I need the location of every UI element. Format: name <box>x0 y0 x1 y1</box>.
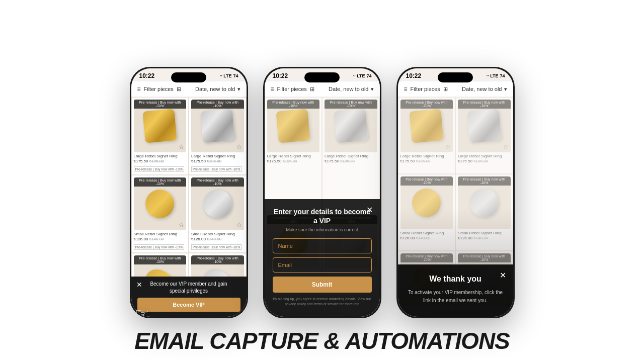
promo-badge-1-1: Pre-release | Buy now with -10% <box>134 166 184 172</box>
product-badge-1-3: Pre-release | Buy now with -10% <box>134 177 187 187</box>
become-vip-button[interactable]: Become VIP <box>137 298 240 312</box>
ring-silver-large-2 <box>334 109 368 143</box>
wishlist-icon-1-2[interactable]: ☆ <box>236 143 242 150</box>
product-price-3-3: €126.00 €140.00 <box>400 236 453 240</box>
product-card-2-1: Pre-release | Buy now with -10% Large Re… <box>265 97 323 213</box>
sort-right-2[interactable]: Date, new to old ▾ <box>329 86 374 93</box>
filter-icon-2: ≡ <box>271 85 274 93</box>
product-card-1-3[interactable]: Pre-release | Buy now with -10% ☆ Small … <box>131 175 189 253</box>
price-current-2: €175.50 <box>191 159 206 163</box>
dynamic-island-3 <box>438 72 473 82</box>
product-price-3-1: €175.50 €195.00 <box>400 159 453 163</box>
name-input[interactable] <box>273 238 372 253</box>
price-current-3: €126.00 <box>134 237 148 241</box>
submit-button[interactable]: Submit <box>273 277 372 293</box>
product-price-1-3: €126.00 €140.00 <box>134 237 187 241</box>
product-badge-3-6: Pre-release | Buy now with -10% <box>458 253 511 262</box>
ring-shape-gold-small-1 <box>145 190 174 218</box>
sort-label-1: Date, new to old <box>195 86 235 92</box>
form-title: Enter your details to become a VIP <box>273 207 372 225</box>
ring-gold-small-3 <box>412 189 441 217</box>
product-img-3-1: Pre-release | Buy now with -10% ☆ <box>400 100 453 152</box>
battery-icon-2: 74 <box>366 73 371 78</box>
promo-badge-1-4: Pre-release | Buy now with -10% <box>191 244 242 250</box>
product-badge-2-2: Pre-release | Buy now with -10% <box>325 100 377 109</box>
wishlist-icon-3-1: ☆ <box>445 143 451 150</box>
chevron-down-icon-3: ▾ <box>504 86 507 93</box>
status-time-2: 10:22 <box>273 72 288 79</box>
filter-label-3[interactable]: Filter pieces <box>411 86 440 92</box>
filter-label-2[interactable]: Filter pieces <box>277 86 307 92</box>
ring-shape-silver-small-1 <box>203 190 232 218</box>
product-img-3-3: Pre-release | Buy now with -10% <box>400 176 453 229</box>
price-original: €195.00 <box>149 159 164 163</box>
ring-shape-gold-twist-1 <box>143 267 176 277</box>
product-card-1-1[interactable]: Pre-release | Buy now with -10% ☆ Large … <box>131 97 189 175</box>
email-input[interactable] <box>273 257 372 273</box>
sort-right-1[interactable]: Date, new to old ▾ <box>195 86 240 93</box>
phone-1: 10:22 ·· LTE 74 ≡ Filter pieces ⊞ Date, … <box>130 67 248 318</box>
product-name-3-1: Large Rebel Signet Ring <box>400 154 453 159</box>
sliders-icon-3: ⊞ <box>443 86 448 93</box>
product-img-3-4: Pre-release | Buy now with -10% <box>458 176 511 229</box>
vip-close-button[interactable]: ✕ <box>136 281 142 289</box>
form-close-button[interactable]: ✕ <box>366 205 373 215</box>
price-original-4: €140.00 <box>207 237 221 241</box>
price-original-2: €195.00 <box>207 159 221 163</box>
phone-3: 10:22 ·· LTE 74 ≡ Filter pieces ⊞ Date, … <box>396 67 515 318</box>
thankyou-title: We thank you <box>406 275 505 284</box>
product-price-1-4: €126.00 €140.00 <box>191 237 244 241</box>
product-name-3-4: Small Rebel Signet Ring <box>458 231 511 236</box>
product-img-1-4: Pre-release | Buy now with -10% ☆ <box>191 177 244 230</box>
bottom-title-text: EMAIL CAPTURE & AUTOMATIONS <box>0 327 644 354</box>
status-icons-3: ·· LTE 74 <box>487 73 505 78</box>
sliders-icon-1: ⊞ <box>177 86 181 93</box>
status-time-3: 10:22 <box>406 72 422 79</box>
signal-icon-2: ·· LTE <box>353 73 365 78</box>
product-card-1-5[interactable]: Pre-release | Buy now with -10% <box>131 253 189 277</box>
status-icons-2: ·· LTE 74 <box>353 73 372 78</box>
wishlist-icon-1-1[interactable]: ☆ <box>179 143 184 150</box>
promo-badge-1-2: Pre-release | Buy now with -10% <box>191 166 242 172</box>
product-price-2-2: €175.50 €195.00 <box>325 159 377 163</box>
status-time-1: 10:22 <box>139 72 155 79</box>
product-img-2-1: Pre-release | Buy now with -10% <box>267 100 320 152</box>
filter-bar-3: ≡ Filter pieces ⊞ Date, new to old ▾ <box>398 81 513 97</box>
filter-left-1: ≡ Filter pieces ⊞ <box>137 85 181 93</box>
product-name-1-1: Large Rebel Signet Ring <box>134 154 187 159</box>
product-name-2-1: Large Rebel Signet Ring <box>267 154 320 159</box>
product-card-1-6[interactable]: Pre-release | Buy now with -10% <box>189 253 247 277</box>
product-card-1-2[interactable]: Pre-release | Buy now with -10% ☆ Large … <box>189 97 247 175</box>
product-price-3-2: €175.50 €195.00 <box>458 159 511 163</box>
wishlist-icon-1-3[interactable]: ☆ <box>179 221 184 228</box>
filter-bar-1: ≡ Filter pieces ⊞ Date, new to old ▾ <box>131 81 247 97</box>
filter-label-1[interactable]: Filter pieces <box>144 86 174 92</box>
status-icons-1: ·· LTE 74 <box>220 73 238 78</box>
product-card-3-3: Pre-release | Buy now with -10% Small Re… <box>398 174 456 251</box>
sort-right-3[interactable]: Date, new to old ▾ <box>462 86 507 93</box>
signal-icon-1: ·· LTE <box>220 73 232 78</box>
product-badge-1-6: Pre-release | Buy now with -10% <box>191 255 244 264</box>
product-badge-3-3: Pre-release | Buy now with -10% <box>400 176 453 186</box>
phone-2: 10:22 ·· LTE 74 ≡ Filter pieces ⊞ Date, … <box>263 67 381 318</box>
filter-bar-2: ≡ Filter pieces ⊞ Date, new to old ▾ <box>265 81 380 97</box>
product-img-3-2: Pre-release | Buy now with -10% ☆ <box>458 100 511 152</box>
product-badge-1-1: Pre-release | Buy now with -10% <box>134 100 187 109</box>
product-grid-1: Pre-release | Buy now with -10% ☆ Large … <box>131 97 247 277</box>
product-img-1-1: Pre-release | Buy now with -10% ☆ <box>134 100 187 152</box>
thankyou-close-button[interactable]: ✕ <box>500 270 506 280</box>
wishlist-icon-1-4[interactable]: ☆ <box>236 221 242 228</box>
product-badge-3-4: Pre-release | Buy now with -10% <box>458 176 511 186</box>
ring-gold-large-2 <box>276 109 310 143</box>
filter-left-2: ≡ Filter pieces ⊞ <box>271 85 314 93</box>
sort-label-2: Date, new to old <box>329 86 369 92</box>
phones-container: 10:22 ·· LTE 74 ≡ Filter pieces ⊞ Date, … <box>110 0 535 318</box>
form-subtitle: Make sure the information is correct <box>273 227 372 232</box>
product-price-1-1: €175.50 €195.00 <box>134 159 187 163</box>
dynamic-island-1 <box>171 72 206 82</box>
sort-label-3: Date, new to old <box>462 86 502 92</box>
ring-silver-small-3 <box>470 189 499 217</box>
ring-silver-large-3 <box>467 109 501 143</box>
product-price-2-1: €175.50 €195.00 <box>267 159 320 163</box>
product-card-1-4[interactable]: Pre-release | Buy now with -10% ☆ Small … <box>189 175 247 253</box>
